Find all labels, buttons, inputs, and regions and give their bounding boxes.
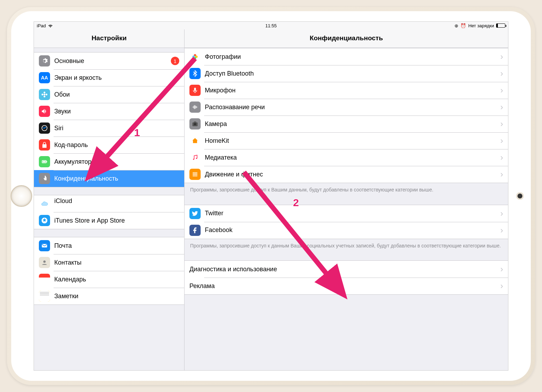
detail-pane: Конфиденциальность Фотографии›Доступ Blu… [185, 29, 508, 370]
speaker-icon [39, 106, 50, 117]
sidebar-item-battery[interactable]: Аккумулятор [34, 153, 184, 170]
detail-label: HomeKit [205, 137, 500, 145]
status-bar: iPad 11:55 ⊕ ⏰ Нет зарядки [34, 22, 508, 29]
svg-rect-7 [47, 161, 47, 162]
sidebar-label: Экран и яркость [54, 74, 184, 82]
wave-icon [189, 102, 201, 113]
sidebar-label: Календарь [54, 276, 184, 283]
sidebar-label: Звуки [54, 108, 184, 115]
sidebar-label: Siri [54, 125, 184, 132]
battery-icon [496, 23, 505, 28]
sidebar-label: Почта [54, 242, 184, 250]
status-time: 11:55 [265, 23, 277, 28]
detail-item-photos[interactable]: Фотографии› [185, 48, 508, 65]
sidebar-label: Код-пароль [54, 141, 184, 149]
detail-item-facebook[interactable]: Facebook› [185, 222, 508, 239]
cloud-icon [39, 198, 50, 209]
detail-item-speech[interactable]: Распознавание речи› [185, 99, 508, 115]
section-footnote: Программы, запросившие доступ к данным В… [185, 239, 508, 253]
svg-point-20 [193, 159, 194, 160]
chevron-right-icon: › [500, 103, 503, 111]
detail-label: Медиатека [205, 154, 500, 161]
sidebar-label: Контакты [54, 259, 184, 266]
detail-label: Доступ Bluetooth [205, 70, 500, 77]
chevron-right-icon: › [500, 86, 503, 94]
sidebar-label: Аккумулятор [54, 158, 184, 166]
chevron-right-icon: › [500, 120, 503, 128]
chevron-right-icon: › [500, 209, 503, 218]
svg-point-18 [194, 123, 196, 126]
sidebar-label: Заметки [54, 293, 184, 300]
sidebar-item-contacts[interactable]: Контакты [34, 254, 184, 271]
tablet-frame: iPad 11:55 ⊕ ⏰ Нет зарядки Настройки Осн… [7, 7, 535, 385]
sidebar-label: Основные [54, 57, 171, 65]
chevron-right-icon: › [500, 265, 503, 273]
sidebar-item-passcode[interactable]: Код-пароль [34, 136, 184, 153]
sidebar-item-mail[interactable]: Почта [34, 237, 184, 254]
detail-item-bluetooth[interactable]: Доступ Bluetooth› [185, 65, 508, 82]
detail-label: Facebook [205, 226, 500, 234]
sidebar-title: Настройки [34, 29, 184, 48]
detail-item-camera[interactable]: Камера› [185, 115, 508, 132]
detail-item-mic[interactable]: Микрофон› [185, 82, 508, 99]
front-camera [517, 194, 522, 198]
section-footnote: Программы, запросившие доступ к Вашим да… [185, 183, 508, 197]
sidebar-item-notes[interactable]: Заметки [34, 288, 184, 304]
calendar-icon [39, 274, 50, 285]
wifi-icon [48, 23, 53, 28]
tablet-bezel: iPad 11:55 ⊕ ⏰ Нет зарядки Настройки Осн… [11, 11, 531, 381]
detail-item-media[interactable]: Медиатека› [185, 149, 508, 166]
detail-item-homekit[interactable]: HomeKit› [185, 132, 508, 149]
bluetooth-icon [189, 68, 201, 79]
svg-point-21 [196, 158, 197, 159]
charge-text: Нет зарядки [468, 23, 494, 28]
motion-icon [189, 169, 201, 180]
svg-rect-8 [43, 161, 46, 162]
sidebar-item-wallpaper[interactable]: Обои [34, 86, 184, 103]
sidebar-label: Конфиденциальность [54, 175, 184, 182]
sidebar-sub [54, 205, 184, 210]
detail-item-motion[interactable]: Движение и фитнес› [185, 166, 508, 183]
sidebar-item-siri[interactable]: Siri [34, 120, 184, 136]
appstore-icon [39, 215, 50, 226]
alarm-icon: ⏰ [460, 23, 466, 28]
gear-icon [39, 55, 50, 66]
facebook-icon [189, 225, 201, 236]
chevron-right-icon: › [500, 170, 503, 178]
detail-label: Движение и фитнес [205, 171, 500, 178]
badge: 1 [171, 57, 179, 65]
contacts-icon [39, 257, 50, 268]
sidebar-item-calendar[interactable]: Календарь [34, 271, 184, 288]
svg-rect-19 [194, 121, 196, 122]
battery-icon [39, 156, 50, 167]
sidebar-item-display[interactable]: AAЭкран и яркость [34, 69, 184, 86]
home-button[interactable] [11, 185, 32, 207]
detail-label: Микрофон [205, 87, 500, 94]
detail-label: Диагностика и использование [189, 266, 500, 273]
sidebar-item-itunes[interactable]: iTunes Store и App Store [34, 212, 184, 229]
rotation-lock-icon: ⊕ [454, 23, 458, 28]
settings-sidebar: Настройки Основные1AAЭкран и яркостьОбои… [34, 29, 185, 370]
photos-icon [189, 51, 201, 62]
hand-icon [39, 173, 50, 184]
chevron-right-icon: › [500, 282, 503, 290]
sidebar-label: Обои [54, 91, 184, 98]
sidebar-item-general[interactable]: Основные1 [34, 52, 184, 69]
detail-label: Распознавание речи [205, 104, 500, 111]
twitter-icon [189, 208, 201, 219]
svg-point-11 [43, 260, 46, 263]
detail-item-ads[interactable]: Реклама› [185, 278, 508, 294]
detail-item-diagnostics[interactable]: Диагностика и использование› [185, 261, 508, 278]
chevron-right-icon: › [500, 52, 503, 61]
sidebar-item-privacy[interactable]: Конфиденциальность [34, 170, 184, 187]
music-icon [189, 152, 201, 163]
detail-label: Реклама [189, 282, 500, 290]
detail-item-twitter[interactable]: Twitter› [185, 205, 508, 222]
chevron-right-icon: › [500, 69, 503, 78]
chevron-right-icon: › [500, 226, 503, 234]
sidebar-item-sounds[interactable]: Звуки [34, 103, 184, 120]
detail-label: Twitter [205, 210, 500, 217]
mic-icon [189, 85, 201, 96]
aa-icon: AA [39, 72, 50, 83]
sidebar-item-icloud[interactable]: iCloud [34, 195, 184, 212]
